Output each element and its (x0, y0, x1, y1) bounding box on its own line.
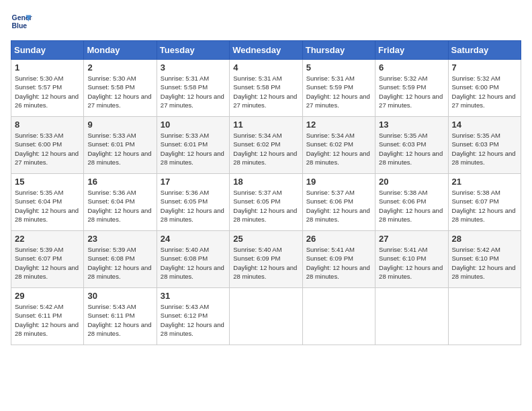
calendar-week-row: 29 Sunrise: 5:42 AM Sunset: 6:11 PM Dayl… (11, 288, 521, 345)
calendar-week-row: 8 Sunrise: 5:33 AM Sunset: 6:00 PM Dayli… (11, 117, 521, 174)
day-info: Sunrise: 5:32 AM Sunset: 6:00 PM Dayligh… (452, 74, 517, 109)
calendar-cell: 31 Sunrise: 5:43 AM Sunset: 6:12 PM Dayl… (157, 288, 229, 345)
calendar-week-row: 22 Sunrise: 5:39 AM Sunset: 6:07 PM Dayl… (11, 231, 521, 288)
day-info: Sunrise: 5:34 AM Sunset: 6:02 PM Dayligh… (306, 131, 371, 167)
day-number: 3 (161, 62, 226, 73)
calendar-cell: 26 Sunrise: 5:41 AM Sunset: 6:09 PM Dayl… (302, 231, 375, 288)
day-info: Sunrise: 5:35 AM Sunset: 6:03 PM Dayligh… (452, 131, 517, 167)
day-info: Sunrise: 5:37 AM Sunset: 6:06 PM Dayligh… (306, 188, 371, 224)
day-number: 6 (379, 62, 444, 73)
day-number: 28 (452, 234, 517, 244)
calendar-table: SundayMondayTuesdayWednesdayThursdayFrid… (11, 40, 521, 345)
day-number: 25 (233, 234, 298, 244)
weekday-header-thursday: Thursday (302, 41, 375, 60)
calendar-cell: 16 Sunrise: 5:36 AM Sunset: 6:04 PM Dayl… (84, 174, 157, 231)
calendar-cell: 28 Sunrise: 5:42 AM Sunset: 6:10 PM Dayl… (448, 231, 521, 288)
calendar-cell: 25 Sunrise: 5:40 AM Sunset: 6:09 PM Dayl… (230, 231, 302, 288)
calendar-cell: 27 Sunrise: 5:41 AM Sunset: 6:10 PM Dayl… (375, 231, 448, 288)
day-info: Sunrise: 5:39 AM Sunset: 6:08 PM Dayligh… (87, 245, 152, 281)
day-info: Sunrise: 5:31 AM Sunset: 5:58 PM Dayligh… (161, 74, 226, 109)
calendar-cell: 30 Sunrise: 5:43 AM Sunset: 6:11 PM Dayl… (84, 288, 157, 345)
day-number: 15 (15, 177, 80, 187)
day-info: Sunrise: 5:33 AM Sunset: 6:01 PM Dayligh… (87, 131, 152, 167)
weekday-header-monday: Monday (84, 41, 157, 60)
day-number: 29 (15, 291, 80, 301)
day-info: Sunrise: 5:30 AM Sunset: 5:58 PM Dayligh… (87, 74, 152, 109)
day-info: Sunrise: 5:41 AM Sunset: 6:10 PM Dayligh… (379, 245, 444, 281)
calendar-cell (375, 288, 448, 345)
weekday-header-tuesday: Tuesday (157, 41, 229, 60)
calendar-cell: 17 Sunrise: 5:36 AM Sunset: 6:05 PM Dayl… (157, 174, 229, 231)
day-number: 23 (87, 234, 152, 244)
calendar-week-row: 1 Sunrise: 5:30 AM Sunset: 5:57 PM Dayli… (11, 60, 521, 117)
logo: General Blue (11, 11, 32, 32)
day-info: Sunrise: 5:35 AM Sunset: 6:03 PM Dayligh… (379, 131, 444, 167)
day-number: 27 (379, 234, 444, 244)
calendar-cell: 29 Sunrise: 5:42 AM Sunset: 6:11 PM Dayl… (11, 288, 84, 345)
calendar-cell: 9 Sunrise: 5:33 AM Sunset: 6:01 PM Dayli… (84, 117, 157, 174)
day-info: Sunrise: 5:31 AM Sunset: 5:58 PM Dayligh… (233, 74, 298, 109)
day-info: Sunrise: 5:39 AM Sunset: 6:07 PM Dayligh… (15, 245, 80, 281)
day-info: Sunrise: 5:41 AM Sunset: 6:09 PM Dayligh… (306, 245, 371, 281)
calendar-cell: 7 Sunrise: 5:32 AM Sunset: 6:00 PM Dayli… (448, 60, 521, 117)
day-info: Sunrise: 5:35 AM Sunset: 6:04 PM Dayligh… (15, 188, 80, 224)
weekday-header-saturday: Saturday (448, 41, 521, 60)
calendar-cell (302, 288, 375, 345)
day-number: 14 (452, 120, 517, 130)
day-info: Sunrise: 5:31 AM Sunset: 5:59 PM Dayligh… (306, 74, 371, 109)
day-number: 7 (452, 62, 517, 73)
page-header: General Blue (11, 11, 521, 32)
day-info: Sunrise: 5:36 AM Sunset: 6:05 PM Dayligh… (161, 188, 226, 224)
day-number: 30 (87, 291, 152, 301)
svg-text:Blue: Blue (12, 22, 28, 30)
weekday-header-wednesday: Wednesday (230, 41, 302, 60)
day-info: Sunrise: 5:37 AM Sunset: 6:05 PM Dayligh… (233, 188, 298, 224)
calendar-cell: 23 Sunrise: 5:39 AM Sunset: 6:08 PM Dayl… (84, 231, 157, 288)
day-number: 5 (306, 62, 371, 73)
day-info: Sunrise: 5:38 AM Sunset: 6:07 PM Dayligh… (452, 188, 517, 224)
calendar-cell: 2 Sunrise: 5:30 AM Sunset: 5:58 PM Dayli… (84, 60, 157, 117)
day-number: 21 (452, 177, 517, 187)
day-info: Sunrise: 5:43 AM Sunset: 6:11 PM Dayligh… (87, 302, 152, 338)
day-number: 10 (161, 120, 226, 130)
calendar-cell: 1 Sunrise: 5:30 AM Sunset: 5:57 PM Dayli… (11, 60, 84, 117)
day-info: Sunrise: 5:34 AM Sunset: 6:02 PM Dayligh… (233, 131, 298, 167)
calendar-cell: 15 Sunrise: 5:35 AM Sunset: 6:04 PM Dayl… (11, 174, 84, 231)
day-info: Sunrise: 5:42 AM Sunset: 6:10 PM Dayligh… (452, 245, 517, 281)
day-info: Sunrise: 5:33 AM Sunset: 6:00 PM Dayligh… (15, 131, 80, 167)
day-info: Sunrise: 5:40 AM Sunset: 6:08 PM Dayligh… (161, 245, 226, 281)
calendar-cell: 24 Sunrise: 5:40 AM Sunset: 6:08 PM Dayl… (157, 231, 229, 288)
calendar-cell: 5 Sunrise: 5:31 AM Sunset: 5:59 PM Dayli… (302, 60, 375, 117)
day-info: Sunrise: 5:42 AM Sunset: 6:11 PM Dayligh… (15, 302, 80, 338)
day-number: 18 (233, 177, 298, 187)
calendar-cell: 14 Sunrise: 5:35 AM Sunset: 6:03 PM Dayl… (448, 117, 521, 174)
day-number: 8 (15, 120, 80, 130)
calendar-cell: 13 Sunrise: 5:35 AM Sunset: 6:03 PM Dayl… (375, 117, 448, 174)
day-info: Sunrise: 5:36 AM Sunset: 6:04 PM Dayligh… (87, 188, 152, 224)
logo-icon: General Blue (11, 11, 32, 32)
day-info: Sunrise: 5:30 AM Sunset: 5:57 PM Dayligh… (15, 74, 80, 109)
calendar-cell: 4 Sunrise: 5:31 AM Sunset: 5:58 PM Dayli… (230, 60, 302, 117)
day-number: 2 (87, 62, 152, 73)
calendar-cell: 20 Sunrise: 5:38 AM Sunset: 6:06 PM Dayl… (375, 174, 448, 231)
day-number: 19 (306, 177, 371, 187)
day-number: 11 (233, 120, 298, 130)
calendar-cell: 6 Sunrise: 5:32 AM Sunset: 5:59 PM Dayli… (375, 60, 448, 117)
calendar-cell: 10 Sunrise: 5:33 AM Sunset: 6:01 PM Dayl… (157, 117, 229, 174)
day-number: 17 (161, 177, 226, 187)
calendar-cell: 22 Sunrise: 5:39 AM Sunset: 6:07 PM Dayl… (11, 231, 84, 288)
day-number: 31 (161, 291, 226, 301)
day-number: 20 (379, 177, 444, 187)
weekday-header-sunday: Sunday (11, 41, 84, 60)
calendar-week-row: 15 Sunrise: 5:35 AM Sunset: 6:04 PM Dayl… (11, 174, 521, 231)
day-info: Sunrise: 5:40 AM Sunset: 6:09 PM Dayligh… (233, 245, 298, 281)
day-number: 24 (161, 234, 226, 244)
calendar-cell: 21 Sunrise: 5:38 AM Sunset: 6:07 PM Dayl… (448, 174, 521, 231)
calendar-cell (448, 288, 521, 345)
calendar-cell (230, 288, 302, 345)
day-number: 16 (87, 177, 152, 187)
day-number: 9 (87, 120, 152, 130)
calendar-cell: 3 Sunrise: 5:31 AM Sunset: 5:58 PM Dayli… (157, 60, 229, 117)
weekday-header-friday: Friday (375, 41, 448, 60)
day-number: 22 (15, 234, 80, 244)
